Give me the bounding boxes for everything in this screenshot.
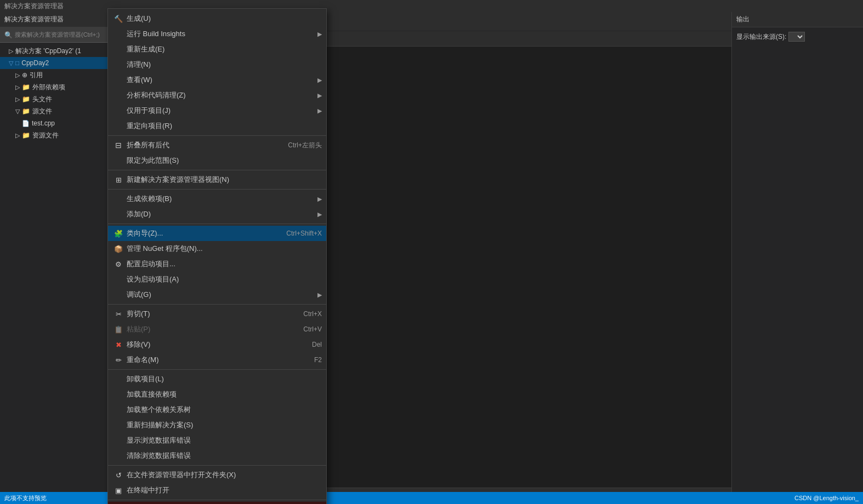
menu-item-clear-browse-errors[interactable]: 清除浏览数据库错误: [108, 448, 326, 463]
menu-item-paste[interactable]: 📋 粘贴(P) Ctrl+V: [108, 322, 326, 337]
expand-icon: ▷: [15, 72, 20, 79]
menu-item-collapse[interactable]: ⊟ 折叠所有后代 Ctrl+左箭头: [108, 138, 326, 153]
menu-item-label: 配置启动项目...: [127, 259, 322, 269]
new-view-icon: ⊞: [112, 174, 124, 186]
menu-item-label: 卸载项目(L): [127, 374, 322, 384]
folder-icon: 📁: [22, 95, 30, 103]
nuget-icon: 📦: [112, 243, 124, 255]
tree-item-refs[interactable]: ▷ ⊕ 引用: [0, 69, 109, 81]
menu-item-label: 显示浏览数据库错误: [127, 436, 322, 445]
refs-icon: ⊕: [22, 71, 27, 79]
menu-item-debug[interactable]: 调试(G) ▶: [108, 287, 326, 302]
menu-item-set-startup[interactable]: 设为启动项目(A): [108, 272, 326, 287]
tree-item-label: 外部依赖项: [32, 83, 65, 92]
menu-item-label: 剪切(T): [127, 309, 294, 319]
remove-icon: ✖: [112, 339, 124, 351]
menu-item-properties[interactable]: 🔧 属性(R): [108, 502, 326, 504]
menu-item-label: 重新生成(E): [127, 44, 322, 54]
menu-item-label: 移除(V): [127, 340, 303, 350]
menu-item-configure-startup[interactable]: ⚙ 配置启动项目...: [108, 256, 326, 272]
menu-item-unload[interactable]: 卸载项目(L): [108, 371, 326, 387]
menu-item-open-terminal[interactable]: ▣ 在终端中打开: [108, 483, 326, 498]
menu-item-label: 清理(N): [127, 60, 322, 70]
menu-item-rebuild[interactable]: 重新生成(E): [108, 42, 326, 57]
tree-item-project[interactable]: ▽ □ CppDay2: [0, 57, 109, 69]
tree-item-sources[interactable]: ▽ 📁 源文件: [0, 105, 109, 117]
menu-item-retarget[interactable]: 重定向项目(R): [108, 118, 326, 134]
menu-item-label: 设为启动项目(A): [127, 274, 322, 284]
expand-icon: ▽: [9, 60, 13, 67]
menu-item-label: 运行 Build Insights: [127, 29, 315, 39]
menu-item-label: 在文件资源管理器中打开文件夹(X): [127, 470, 322, 480]
clear-browse-errors-icon: [112, 450, 124, 462]
menu-item-clean[interactable]: 清理(N): [108, 57, 326, 72]
tree-item-extdeps[interactable]: ▷ 📁 外部依赖项: [0, 81, 109, 93]
menu-item-label: 管理 NuGet 程序包(N)...: [127, 244, 322, 254]
menu-item-label: 添加(D): [127, 209, 315, 219]
class-wizard-icon: 🧩: [112, 227, 124, 239]
set-startup-icon: [112, 273, 124, 285]
menu-item-label: 生成(U): [127, 14, 322, 24]
menu-item-analyze[interactable]: 分析和代码清理(Z) ▶: [108, 88, 326, 103]
menu-item-label: 分析和代码清理(Z): [127, 90, 315, 100]
open-terminal-icon: ▣: [112, 484, 124, 496]
menu-item-label: 粘贴(P): [127, 324, 294, 334]
analyze-icon: [112, 89, 124, 101]
menu-item-new-view[interactable]: ⊞ 新建解决方案资源管理器视图(N): [108, 172, 326, 187]
build-deps-icon: [112, 193, 124, 205]
tree-item-label: 解决方案 'CppDay2' (1: [15, 47, 81, 56]
menu-item-run-build-insights[interactable]: 运行 Build Insights ▶: [108, 26, 326, 42]
menu-item-class-wizard[interactable]: 🧩 类向导(Z)... Ctrl+Shift+X: [108, 226, 326, 241]
menu-item-view[interactable]: 查看(W) ▶: [108, 72, 326, 88]
expand-icon: ▽: [15, 108, 20, 115]
menu-item-label: 生成依赖项(B): [127, 194, 315, 204]
open-folder-icon: ↺: [112, 469, 124, 481]
menu-item-manage-nuget[interactable]: 📦 管理 NuGet 程序包(N)...: [108, 241, 326, 256]
submenu-arrow: ▶: [317, 77, 322, 84]
menu-item-build[interactable]: 🔨 生成(U): [108, 11, 326, 26]
menu-item-add[interactable]: 添加(D) ▶: [108, 207, 326, 222]
cut-icon: ✂: [112, 308, 124, 320]
tree-item-label: 头文件: [32, 95, 52, 104]
view-icon: [112, 74, 124, 86]
right-panel: 输出 显示输出来源(S):: [731, 12, 863, 504]
menu-item-load-tree[interactable]: 加载整个依赖关系树: [108, 402, 326, 417]
menu-item-rescan[interactable]: 重新扫描解决方案(S): [108, 417, 326, 433]
tree-item-resources[interactable]: ▷ 📁 资源文件: [0, 129, 109, 141]
output-source-dropdown[interactable]: [788, 32, 805, 42]
menu-item-open-folder[interactable]: ↺ 在文件资源管理器中打开文件夹(X): [108, 467, 326, 483]
tree-item-testcpp[interactable]: 📄 test.cpp: [0, 117, 109, 129]
menu-item-label: 加载整个依赖关系树: [127, 405, 322, 415]
menu-separator-5: [108, 304, 326, 305]
menu-separator-3: [108, 189, 326, 190]
load-tree-icon: [112, 404, 124, 416]
menu-item-project-only[interactable]: 仅用于项目(J) ▶: [108, 103, 326, 118]
tree-item-label: CppDay2: [21, 59, 49, 67]
submenu-arrow: ▶: [317, 31, 322, 38]
menu-item-remove[interactable]: ✖ 移除(V) Del: [108, 337, 326, 352]
project-only-icon: [112, 105, 124, 117]
sidebar-search[interactable]: 🔍 搜索解决方案资源管理器(Ctrl+;): [0, 27, 109, 43]
tree-item-headers[interactable]: ▷ 📁 头文件: [0, 93, 109, 105]
menu-item-show-browse-errors[interactable]: 显示浏览数据库错误: [108, 433, 326, 448]
sidebar: 解决方案资源管理器 🔍 搜索解决方案资源管理器(Ctrl+;) ▷ 解决方案 '…: [0, 12, 110, 504]
menu-item-label: 类向导(Z)...: [127, 228, 277, 238]
menu-item-label: 重定向项目(R): [127, 121, 322, 131]
menu-item-label: 清除浏览数据库错误: [127, 451, 322, 461]
menu-item-shortcut: Ctrl+X: [303, 310, 322, 318]
submenu-arrow: ▶: [317, 211, 322, 218]
tree-item-solution[interactable]: ▷ 解决方案 'CppDay2' (1: [0, 45, 109, 57]
menu-item-load-direct[interactable]: 加载直接依赖项: [108, 387, 326, 402]
menu-item-cut[interactable]: ✂ 剪切(T) Ctrl+X: [108, 306, 326, 322]
run-build-icon: [112, 28, 124, 40]
right-panel-header: 输出: [732, 12, 863, 27]
project-icon: □: [15, 59, 19, 67]
collapse-icon: ⊟: [112, 139, 124, 151]
menu-item-build-deps[interactable]: 生成依赖项(B) ▶: [108, 191, 326, 207]
menu-item-label: 折叠所有后代: [127, 140, 279, 150]
menu-item-rename[interactable]: ✏ 重命名(M) F2: [108, 352, 326, 368]
menu-item-limit-scope[interactable]: 限定为此范围(S): [108, 153, 326, 168]
menu-separator-8: [108, 500, 326, 500]
submenu-arrow: ▶: [317, 107, 322, 114]
menu-separator-7: [108, 465, 326, 466]
